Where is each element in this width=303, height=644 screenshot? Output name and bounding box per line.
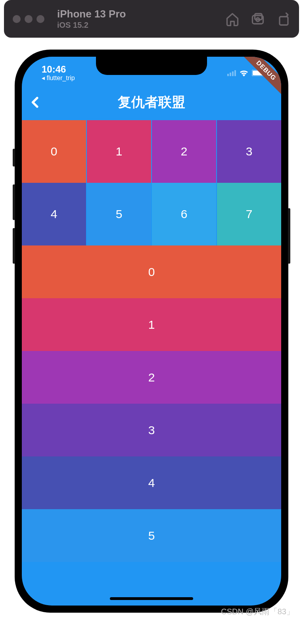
status-left: 10:46 ◂ flutter_trip <box>42 64 75 82</box>
grid-cell[interactable]: 4 <box>22 183 86 245</box>
simulator-titlebar: iPhone 13 Pro iOS 15.2 <box>4 0 299 38</box>
chevron-left-icon <box>28 95 43 110</box>
silent-switch[interactable] <box>13 149 15 167</box>
volume-up-button[interactable] <box>13 184 15 220</box>
grid-cell[interactable]: 6 <box>152 183 216 245</box>
maximize-window-icon[interactable] <box>36 15 44 23</box>
list-item[interactable]: 5 <box>22 509 281 562</box>
back-button[interactable] <box>27 94 44 111</box>
grid-cell[interactable]: 0 <box>22 120 86 183</box>
status-back-to-app[interactable]: ◂ flutter_trip <box>42 75 75 82</box>
minimize-window-icon[interactable] <box>25 15 33 23</box>
list-item[interactable]: 3 <box>22 404 281 456</box>
grid-row: 4 5 6 7 <box>22 183 281 245</box>
simulator-os-version: iOS 15.2 <box>57 20 126 30</box>
cellular-icon <box>227 70 236 76</box>
page-title: 复仇者联盟 <box>118 93 185 111</box>
screenshot-icon[interactable] <box>251 12 265 26</box>
home-icon[interactable] <box>225 12 240 26</box>
simulator-device-info: iPhone 13 Pro iOS 15.2 <box>57 8 126 30</box>
wifi-icon <box>239 69 249 77</box>
close-window-icon[interactable] <box>13 15 21 23</box>
content-scroll[interactable]: 0 1 2 3 4 5 6 7 0 1 2 3 4 5 <box>22 120 281 562</box>
grid-row: 0 1 2 3 <box>22 120 281 183</box>
list-item[interactable]: 4 <box>22 456 281 509</box>
volume-down-button[interactable] <box>13 228 15 264</box>
grid-cell[interactable]: 7 <box>217 183 281 245</box>
grid-cell[interactable]: 2 <box>152 120 216 183</box>
grid-cell[interactable]: 3 <box>217 120 281 183</box>
list-item[interactable]: 0 <box>22 245 281 298</box>
simulator-device-name: iPhone 13 Pro <box>57 8 126 20</box>
rotate-icon[interactable] <box>276 12 290 26</box>
power-button[interactable] <box>288 208 290 264</box>
watermark: CSDN @风雨「83」 <box>221 606 294 617</box>
traffic-lights <box>13 15 44 23</box>
list-item[interactable]: 1 <box>22 298 281 351</box>
status-time: 10:46 <box>42 64 75 75</box>
svg-rect-3 <box>280 17 288 25</box>
grid-cell[interactable]: 5 <box>87 183 151 245</box>
simulator-actions <box>225 12 290 26</box>
notch <box>96 57 207 75</box>
list-item[interactable]: 2 <box>22 351 281 404</box>
app-bar: 复仇者联盟 <box>22 84 281 120</box>
grid-cell[interactable]: 1 <box>87 120 151 183</box>
phone-frame: DEBUG 10:46 ◂ flutter_trip 复仇者联盟 0 <box>15 50 288 613</box>
device-screen: DEBUG 10:46 ◂ flutter_trip 复仇者联盟 0 <box>22 57 281 606</box>
home-indicator[interactable] <box>110 597 193 600</box>
